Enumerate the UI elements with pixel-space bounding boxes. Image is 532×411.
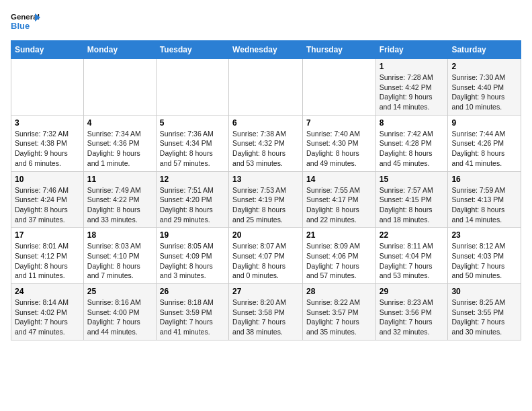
day-info: Sunrise: 7:55 AM Sunset: 4:17 PM Dayligh… bbox=[306, 185, 372, 225]
day-info: Sunrise: 7:44 AM Sunset: 4:26 PM Dayligh… bbox=[451, 129, 517, 169]
week-row-0: 1Sunrise: 7:28 AM Sunset: 4:42 PM Daylig… bbox=[11, 59, 521, 116]
week-row-2: 10Sunrise: 7:46 AM Sunset: 4:24 PM Dayli… bbox=[11, 171, 521, 228]
day-number: 10 bbox=[15, 175, 80, 184]
weekday-header-monday: Monday bbox=[83, 41, 156, 59]
day-number: 19 bbox=[160, 230, 225, 240]
week-row-1: 3Sunrise: 7:32 AM Sunset: 4:38 PM Daylig… bbox=[11, 115, 521, 171]
day-info: Sunrise: 8:16 AM Sunset: 4:00 PM Dayligh… bbox=[87, 298, 152, 337]
weekday-header-saturday: Saturday bbox=[448, 41, 521, 59]
weekday-header-wednesday: Wednesday bbox=[229, 41, 303, 59]
page-header: General Blue bbox=[11, 11, 521, 32]
day-info: Sunrise: 7:51 AM Sunset: 4:20 PM Dayligh… bbox=[160, 185, 225, 225]
day-number: 26 bbox=[160, 287, 225, 296]
calendar-cell: 1Sunrise: 7:28 AM Sunset: 4:42 PM Daylig… bbox=[375, 59, 448, 116]
day-number: 21 bbox=[306, 230, 372, 240]
day-number: 9 bbox=[451, 118, 517, 128]
calendar-cell: 11Sunrise: 7:49 AM Sunset: 4:22 PM Dayli… bbox=[83, 171, 156, 228]
day-info: Sunrise: 8:01 AM Sunset: 4:12 PM Dayligh… bbox=[15, 241, 80, 281]
calendar-cell: 15Sunrise: 7:57 AM Sunset: 4:15 PM Dayli… bbox=[375, 171, 448, 228]
calendar-cell: 30Sunrise: 8:25 AM Sunset: 3:55 PM Dayli… bbox=[448, 284, 521, 340]
day-number: 18 bbox=[87, 230, 152, 240]
weekday-header-friday: Friday bbox=[375, 41, 448, 59]
day-number: 5 bbox=[160, 118, 225, 128]
day-number: 12 bbox=[160, 175, 225, 184]
logo-icon: General Blue bbox=[11, 11, 40, 32]
day-number: 29 bbox=[380, 287, 445, 296]
day-info: Sunrise: 7:30 AM Sunset: 4:40 PM Dayligh… bbox=[451, 73, 517, 112]
day-info: Sunrise: 8:07 AM Sunset: 4:07 PM Dayligh… bbox=[232, 241, 299, 281]
day-number: 3 bbox=[15, 118, 80, 128]
calendar-cell: 7Sunrise: 7:40 AM Sunset: 4:30 PM Daylig… bbox=[302, 115, 375, 171]
day-info: Sunrise: 8:20 AM Sunset: 3:58 PM Dayligh… bbox=[232, 298, 299, 337]
day-number: 30 bbox=[451, 287, 517, 296]
day-number: 2 bbox=[451, 62, 517, 71]
calendar-cell: 16Sunrise: 7:59 AM Sunset: 4:13 PM Dayli… bbox=[448, 171, 521, 228]
day-number: 27 bbox=[232, 287, 299, 296]
day-info: Sunrise: 8:14 AM Sunset: 4:02 PM Dayligh… bbox=[15, 298, 80, 337]
calendar-cell: 28Sunrise: 8:22 AM Sunset: 3:57 PM Dayli… bbox=[302, 284, 375, 340]
day-info: Sunrise: 7:59 AM Sunset: 4:13 PM Dayligh… bbox=[451, 185, 517, 225]
day-number: 14 bbox=[306, 175, 372, 184]
calendar-cell bbox=[229, 59, 303, 116]
calendar-cell: 24Sunrise: 8:14 AM Sunset: 4:02 PM Dayli… bbox=[11, 284, 84, 340]
day-info: Sunrise: 8:22 AM Sunset: 3:57 PM Dayligh… bbox=[306, 298, 372, 337]
calendar-cell bbox=[11, 59, 84, 116]
logo: General Blue bbox=[11, 11, 40, 32]
day-info: Sunrise: 8:12 AM Sunset: 4:03 PM Dayligh… bbox=[451, 241, 517, 281]
day-info: Sunrise: 7:38 AM Sunset: 4:32 PM Dayligh… bbox=[232, 129, 299, 169]
calendar-cell: 17Sunrise: 8:01 AM Sunset: 4:12 PM Dayli… bbox=[11, 228, 84, 284]
day-info: Sunrise: 7:40 AM Sunset: 4:30 PM Dayligh… bbox=[306, 129, 372, 169]
calendar-cell: 26Sunrise: 8:18 AM Sunset: 3:59 PM Dayli… bbox=[156, 284, 228, 340]
day-info: Sunrise: 7:57 AM Sunset: 4:15 PM Dayligh… bbox=[380, 185, 445, 225]
day-number: 11 bbox=[87, 175, 152, 184]
day-number: 4 bbox=[87, 118, 152, 128]
day-info: Sunrise: 7:28 AM Sunset: 4:42 PM Dayligh… bbox=[380, 73, 445, 112]
day-info: Sunrise: 7:36 AM Sunset: 4:34 PM Dayligh… bbox=[160, 129, 225, 169]
day-number: 22 bbox=[380, 230, 445, 240]
calendar-cell: 3Sunrise: 7:32 AM Sunset: 4:38 PM Daylig… bbox=[11, 115, 84, 171]
calendar-cell: 6Sunrise: 7:38 AM Sunset: 4:32 PM Daylig… bbox=[229, 115, 303, 171]
weekday-header-sunday: Sunday bbox=[11, 41, 84, 59]
calendar-cell bbox=[83, 59, 156, 116]
week-row-3: 17Sunrise: 8:01 AM Sunset: 4:12 PM Dayli… bbox=[11, 228, 521, 284]
week-row-4: 24Sunrise: 8:14 AM Sunset: 4:02 PM Dayli… bbox=[11, 284, 521, 340]
calendar-cell: 8Sunrise: 7:42 AM Sunset: 4:28 PM Daylig… bbox=[375, 115, 448, 171]
day-info: Sunrise: 8:18 AM Sunset: 3:59 PM Dayligh… bbox=[160, 298, 225, 337]
day-number: 25 bbox=[87, 287, 152, 296]
day-info: Sunrise: 7:49 AM Sunset: 4:22 PM Dayligh… bbox=[87, 185, 152, 225]
day-number: 23 bbox=[451, 230, 517, 240]
calendar-cell: 25Sunrise: 8:16 AM Sunset: 4:00 PM Dayli… bbox=[83, 284, 156, 340]
day-info: Sunrise: 8:23 AM Sunset: 3:56 PM Dayligh… bbox=[380, 298, 445, 337]
calendar-cell bbox=[156, 59, 228, 116]
day-info: Sunrise: 7:53 AM Sunset: 4:19 PM Dayligh… bbox=[232, 185, 299, 225]
day-number: 24 bbox=[15, 287, 80, 296]
calendar-cell: 12Sunrise: 7:51 AM Sunset: 4:20 PM Dayli… bbox=[156, 171, 228, 228]
calendar-cell: 27Sunrise: 8:20 AM Sunset: 3:58 PM Dayli… bbox=[229, 284, 303, 340]
calendar-cell: 20Sunrise: 8:07 AM Sunset: 4:07 PM Dayli… bbox=[229, 228, 303, 284]
calendar-cell: 29Sunrise: 8:23 AM Sunset: 3:56 PM Dayli… bbox=[375, 284, 448, 340]
day-number: 7 bbox=[306, 118, 372, 128]
calendar: SundayMondayTuesdayWednesdayThursdayFrid… bbox=[11, 40, 521, 340]
calendar-cell: 13Sunrise: 7:53 AM Sunset: 4:19 PM Dayli… bbox=[229, 171, 303, 228]
day-number: 13 bbox=[232, 175, 299, 184]
weekday-header-thursday: Thursday bbox=[302, 41, 375, 59]
calendar-cell: 10Sunrise: 7:46 AM Sunset: 4:24 PM Dayli… bbox=[11, 171, 84, 228]
day-number: 15 bbox=[380, 175, 445, 184]
calendar-cell: 23Sunrise: 8:12 AM Sunset: 4:03 PM Dayli… bbox=[448, 228, 521, 284]
calendar-cell: 21Sunrise: 8:09 AM Sunset: 4:06 PM Dayli… bbox=[302, 228, 375, 284]
day-number: 17 bbox=[15, 230, 80, 240]
calendar-cell: 9Sunrise: 7:44 AM Sunset: 4:26 PM Daylig… bbox=[448, 115, 521, 171]
calendar-cell: 4Sunrise: 7:34 AM Sunset: 4:36 PM Daylig… bbox=[83, 115, 156, 171]
calendar-cell bbox=[302, 59, 375, 116]
day-number: 6 bbox=[232, 118, 299, 128]
day-info: Sunrise: 7:42 AM Sunset: 4:28 PM Dayligh… bbox=[380, 129, 445, 169]
calendar-cell: 18Sunrise: 8:03 AM Sunset: 4:10 PM Dayli… bbox=[83, 228, 156, 284]
day-info: Sunrise: 8:03 AM Sunset: 4:10 PM Dayligh… bbox=[87, 241, 152, 281]
weekday-header-row: SundayMondayTuesdayWednesdayThursdayFrid… bbox=[11, 41, 521, 59]
day-info: Sunrise: 8:25 AM Sunset: 3:55 PM Dayligh… bbox=[451, 298, 517, 337]
day-info: Sunrise: 8:05 AM Sunset: 4:09 PM Dayligh… bbox=[160, 241, 225, 281]
day-number: 1 bbox=[380, 62, 445, 71]
weekday-header-tuesday: Tuesday bbox=[156, 41, 228, 59]
day-info: Sunrise: 8:09 AM Sunset: 4:06 PM Dayligh… bbox=[306, 241, 372, 281]
calendar-cell: 22Sunrise: 8:11 AM Sunset: 4:04 PM Dayli… bbox=[375, 228, 448, 284]
